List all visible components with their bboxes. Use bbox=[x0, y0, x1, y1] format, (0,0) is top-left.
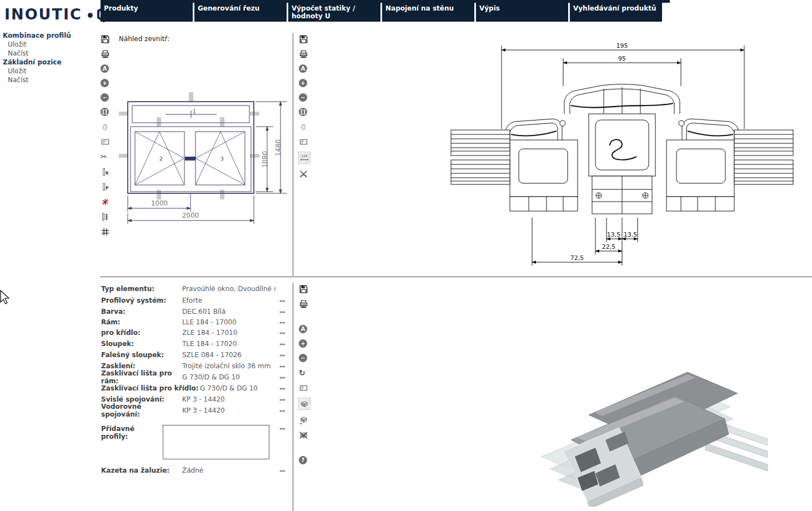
rotate-view-icon[interactable]: ↻ bbox=[299, 368, 305, 377]
nav-section-generation[interactable]: Generování řezu bbox=[194, 3, 287, 22]
choose-color-button[interactable]: ►► bbox=[280, 309, 285, 314]
pane-label-right: 3 bbox=[220, 156, 224, 162]
choose-cassette-button[interactable]: ►► bbox=[280, 468, 285, 473]
print-icon[interactable] bbox=[299, 49, 308, 58]
print-icon[interactable] bbox=[299, 299, 308, 308]
choose-sash-bead-button[interactable]: ►► bbox=[280, 386, 285, 391]
dimensions-on-icon[interactable]: 110 bbox=[299, 152, 310, 163]
svg-text:K: K bbox=[105, 171, 109, 176]
render-3d-on-icon[interactable] bbox=[299, 398, 310, 409]
choose-frame-button[interactable]: ►► bbox=[280, 320, 285, 325]
form-label: Rám: bbox=[101, 318, 182, 326]
dim-offset: 22,5 bbox=[602, 243, 616, 251]
zoom-auto-icon[interactable]: A bbox=[299, 64, 307, 73]
render-3d-off-icon[interactable] bbox=[299, 430, 308, 439]
section-profile-lines bbox=[451, 46, 793, 265]
zoom-in-icon[interactable]: + bbox=[101, 79, 109, 87]
nav-report[interactable]: Výpis bbox=[476, 3, 568, 22]
form-label: Zasklívací lišta pro rám: bbox=[101, 369, 182, 385]
zoom-in-icon[interactable]: + bbox=[299, 79, 307, 87]
form-value: LLE 184 - 17000 bbox=[182, 318, 275, 326]
form-value: Eforte bbox=[182, 297, 275, 304]
annotation-icon[interactable] bbox=[101, 137, 109, 146]
form-value: ZLE 184 - 17010 bbox=[182, 329, 275, 337]
choose-additional-profiles-button[interactable]: ►► bbox=[280, 426, 285, 431]
choose-mullion-button[interactable]: ►► bbox=[280, 342, 285, 347]
spacing-arrows-icon[interactable] bbox=[101, 212, 109, 221]
pan-hand-icon[interactable] bbox=[299, 122, 308, 131]
form-value: KP 3 - 14420 bbox=[182, 407, 275, 414]
print-icon[interactable] bbox=[101, 49, 109, 58]
choose-sash-button[interactable]: ►► bbox=[280, 330, 285, 335]
sidebar-item-save-position[interactable]: Uložit bbox=[3, 67, 97, 76]
form-label: Svislé spojování: bbox=[101, 395, 182, 403]
sidebar-item-load-position[interactable]: Načíst bbox=[3, 76, 97, 84]
dimensions-off-icon[interactable] bbox=[299, 169, 308, 178]
form-label: Barva: bbox=[101, 308, 182, 315]
cut-scissors-icon[interactable]: ✂ bbox=[101, 152, 107, 161]
form-label: Typ elementu: bbox=[101, 285, 182, 293]
pan-hand-icon[interactable] bbox=[101, 122, 109, 131]
annotation-icon[interactable] bbox=[299, 383, 308, 392]
choose-glazing-button[interactable]: ►► bbox=[280, 364, 285, 369]
profile-k-icon[interactable]: K bbox=[101, 167, 109, 176]
delete-position-icon[interactable] bbox=[101, 197, 109, 206]
choose-false-mullion-button[interactable]: ►► bbox=[280, 353, 285, 358]
form-value: G 730/D & DG 10 bbox=[182, 373, 275, 381]
dim-sash-height: 1080 bbox=[261, 151, 269, 168]
render-3d-rotate-icon[interactable] bbox=[299, 415, 308, 424]
divider-vertical-top bbox=[293, 33, 293, 276]
sidebar-item-load-combination[interactable]: Načíst bbox=[3, 49, 97, 58]
selection-handles[interactable] bbox=[119, 92, 259, 199]
nav-wall-connection[interactable]: Napojení na stěnu bbox=[382, 3, 474, 22]
section-drawing[interactable]: 195 95 13,5 13,5 22,5 72,5 bbox=[439, 33, 805, 272]
save-icon[interactable] bbox=[299, 284, 308, 293]
dim-left-half: 13,5 bbox=[607, 231, 621, 238]
form-value: TLE 184 - 17020 bbox=[182, 340, 275, 348]
zoom-window-icon[interactable]: [] bbox=[101, 108, 109, 116]
dim-right-half: 13,5 bbox=[624, 231, 638, 238]
mouse-cursor bbox=[0, 290, 10, 304]
zoom-out-icon[interactable]: − bbox=[299, 354, 307, 362]
zoom-in-icon[interactable]: + bbox=[299, 339, 307, 348]
divider-horizontal bbox=[100, 277, 812, 277]
profile-3d-render[interactable] bbox=[511, 340, 772, 507]
sidebar-title-base-positions: Základní pozice bbox=[3, 58, 97, 67]
choose-vertical-joint-button[interactable]: ►► bbox=[280, 397, 285, 402]
form-value: DEC.601 Bílá bbox=[182, 308, 275, 315]
zoom-out-icon[interactable]: − bbox=[101, 93, 109, 102]
brand-name: INOUTIC bbox=[4, 6, 82, 23]
form-value: G 730/D & DG 10 bbox=[200, 384, 275, 392]
form-value: KP 3 - 14420 bbox=[182, 395, 275, 403]
choose-horizontal-joint-button[interactable]: ►► bbox=[280, 408, 285, 413]
dim-inner: 95 bbox=[618, 55, 626, 62]
choose-profile-system-button[interactable]: ►► bbox=[280, 298, 285, 303]
render-toolbar: A + − ↻ ? bbox=[299, 284, 310, 464]
zoom-auto-icon[interactable]: A bbox=[101, 64, 109, 73]
dim-left-width: 1000 bbox=[151, 199, 168, 207]
form-label: Profilový systém: bbox=[101, 297, 182, 304]
save-icon[interactable] bbox=[299, 34, 308, 43]
grid-icon[interactable] bbox=[101, 227, 109, 236]
sidebar: Kombinace profilů Uložit Načíst Základní… bbox=[3, 31, 97, 84]
form-value: SZLE 084 - 17026 bbox=[182, 351, 275, 359]
pane-label-left: 2 bbox=[159, 156, 163, 162]
profile-p-icon[interactable]: P bbox=[101, 182, 109, 191]
element-form: Typ elementu:Pravoúhlé okno, Dvoudílné s… bbox=[101, 283, 285, 476]
additional-profiles-listbox[interactable] bbox=[163, 425, 269, 459]
choose-frame-bead-button[interactable]: ►► bbox=[280, 375, 285, 380]
help-icon[interactable]: ? bbox=[299, 456, 307, 464]
nav-product-search[interactable]: Vyhledávání produktů bbox=[570, 3, 662, 22]
annotation-icon[interactable] bbox=[299, 137, 308, 146]
save-icon[interactable] bbox=[101, 34, 109, 43]
zoom-auto-icon[interactable]: A bbox=[299, 325, 307, 333]
nav-products[interactable]: Produkty bbox=[101, 3, 193, 22]
sidebar-item-save-combination[interactable]: Uložit bbox=[3, 40, 97, 49]
nav-statics-uvalues[interactable]: Výpočet statiky / hodnoty U bbox=[288, 3, 380, 22]
dim-total: 72,5 bbox=[570, 254, 584, 262]
zoom-out-icon[interactable]: − bbox=[299, 93, 307, 102]
cassette-value: Žádné bbox=[182, 467, 275, 474]
zoom-window-icon[interactable]: [] bbox=[299, 108, 307, 116]
dim-total-width: 2000 bbox=[182, 212, 199, 219]
window-preview-drawing[interactable]: 1 2 3 1000 2000 1080 1480 bbox=[116, 90, 289, 230]
